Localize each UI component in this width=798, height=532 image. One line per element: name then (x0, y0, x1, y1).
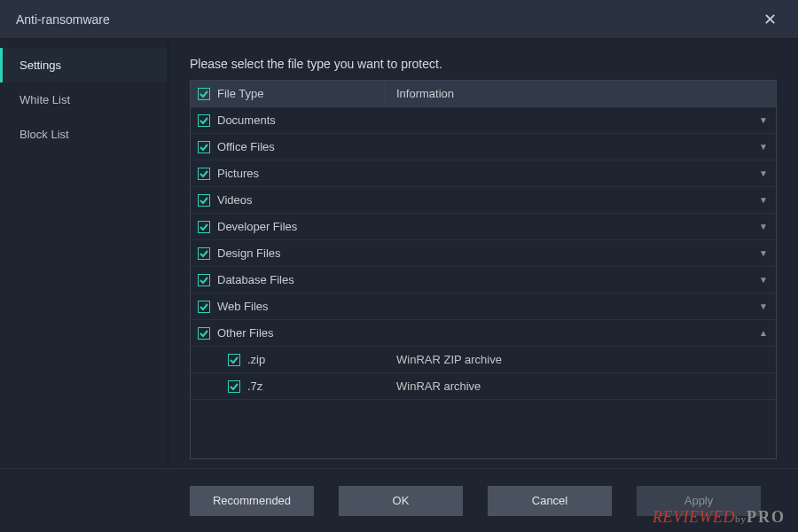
checkbox-icon[interactable] (198, 141, 210, 153)
chevron-down-icon[interactable]: ▼ (751, 275, 776, 285)
watermark-text: REVIEWED (653, 508, 735, 526)
column-header-information[interactable]: Information (386, 87, 776, 100)
column-header-filetype[interactable]: File Type (217, 87, 264, 100)
chevron-down-icon[interactable]: ▼ (751, 142, 776, 152)
watermark: REVIEWEDbyPRO (653, 508, 786, 527)
table-subrow[interactable]: .7z WinRAR archive (191, 373, 776, 400)
table-header: File Type Information (191, 81, 776, 107)
watermark-pro: PRO (747, 508, 786, 526)
checkbox-icon[interactable] (198, 168, 210, 180)
checkbox-icon[interactable] (228, 380, 240, 393)
checkbox-icon[interactable] (228, 354, 240, 366)
table-row[interactable]: Database Files ▼ (191, 267, 776, 293)
row-info: WinRAR ZIP archive (386, 353, 751, 366)
table-row[interactable]: Developer Files ▼ (191, 214, 776, 240)
table-subrow[interactable]: .zip WinRAR ZIP archive (191, 347, 776, 373)
row-label: Videos (217, 193, 253, 207)
close-icon[interactable]: ✕ (756, 6, 784, 33)
table-row[interactable]: Videos ▼ (191, 187, 776, 214)
header-checkbox[interactable] (198, 88, 210, 100)
checkbox-icon[interactable] (198, 327, 210, 340)
recommended-button[interactable]: Recommended (190, 486, 314, 516)
cancel-button[interactable]: Cancel (488, 486, 612, 516)
main-panel: Please select the file type you want to … (168, 39, 798, 468)
row-label: .zip (247, 353, 265, 366)
row-label: Pictures (217, 167, 259, 180)
sidebar-item-white-list[interactable]: White List (0, 82, 168, 117)
instruction-text: Please select the file type you want to … (190, 57, 777, 71)
row-label: Design Files (217, 246, 281, 260)
checkbox-icon[interactable] (198, 221, 210, 233)
chevron-down-icon[interactable]: ▼ (751, 222, 776, 231)
chevron-down-icon[interactable]: ▼ (751, 115, 776, 125)
chevron-down-icon[interactable]: ▼ (751, 248, 776, 258)
table-row[interactable]: Documents ▼ (191, 107, 776, 134)
sidebar: Settings White List Block List (0, 39, 168, 468)
table-row[interactable]: Other Files ▲ (191, 320, 776, 347)
ok-button[interactable]: OK (339, 486, 463, 516)
row-label: Developer Files (217, 220, 297, 233)
table-row[interactable]: Design Files ▼ (191, 240, 776, 267)
table-row[interactable]: Pictures ▼ (191, 160, 776, 187)
window-title: Anti-ransomware (16, 12, 110, 27)
checkbox-icon[interactable] (198, 114, 210, 127)
checkbox-icon[interactable] (198, 301, 210, 313)
chevron-down-icon[interactable]: ▼ (751, 195, 776, 205)
row-label: Database Files (217, 273, 294, 286)
table-row[interactable]: Web Files ▼ (191, 293, 776, 320)
file-type-table: File Type Information Documents ▼ Office… (190, 80, 777, 459)
row-info: WinRAR archive (386, 379, 751, 393)
watermark-by: by (735, 513, 747, 524)
table-row[interactable]: Office Files ▼ (191, 134, 776, 160)
row-label: Other Files (217, 326, 274, 340)
sidebar-item-settings[interactable]: Settings (0, 48, 168, 82)
row-label: Web Files (217, 300, 269, 313)
checkbox-icon[interactable] (198, 194, 210, 207)
checkbox-icon[interactable] (198, 247, 210, 260)
chevron-up-icon[interactable]: ▲ (751, 328, 776, 338)
sidebar-item-block-list[interactable]: Block List (0, 117, 168, 152)
chevron-down-icon[interactable]: ▼ (751, 168, 776, 178)
row-label: .7z (247, 379, 262, 393)
row-label: Office Files (217, 140, 275, 153)
table-body[interactable]: Documents ▼ Office Files ▼ Pictures ▼ Vi… (191, 107, 776, 458)
row-label: Documents (217, 113, 276, 127)
chevron-down-icon[interactable]: ▼ (751, 301, 776, 311)
checkbox-icon[interactable] (198, 274, 210, 286)
titlebar: Anti-ransomware ✕ (0, 0, 798, 39)
